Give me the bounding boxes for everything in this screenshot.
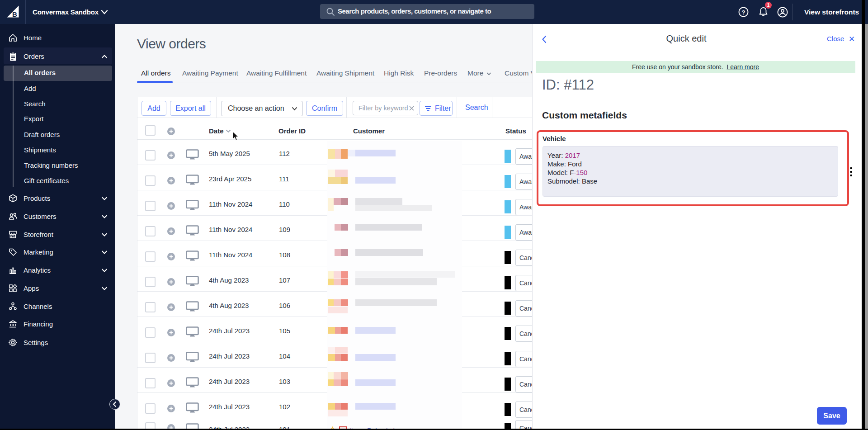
svg-text:B: B bbox=[12, 10, 17, 18]
svg-text:?: ? bbox=[742, 9, 745, 16]
